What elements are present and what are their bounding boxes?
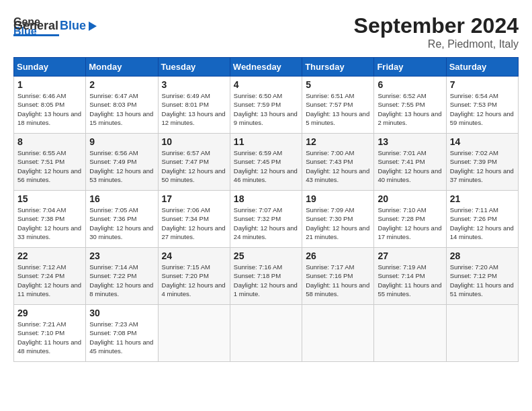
day-number: 19 — [306, 193, 370, 204]
sunset-time: Sunset: 8:05 PM — [17, 101, 64, 108]
day-info: Sunrise: 6:56 AM Sunset: 7:49 PM Dayligh… — [89, 148, 154, 184]
day-info: Sunrise: 7:05 AM Sunset: 7:36 PM Dayligh… — [89, 205, 154, 241]
day-number: 1 — [17, 79, 82, 90]
day-info: Sunrise: 7:01 AM Sunset: 7:41 PM Dayligh… — [378, 148, 442, 184]
col-sunday: Sunday — [14, 58, 86, 77]
calendar-cell — [446, 305, 518, 362]
day-number: 13 — [378, 136, 442, 147]
location-subtitle: Re, Piedmont, Italy — [354, 38, 519, 50]
day-info: Sunrise: 7:02 AM Sunset: 7:39 PM Dayligh… — [450, 148, 515, 184]
day-info: Sunrise: 7:19 AM Sunset: 7:14 PM Dayligh… — [378, 263, 442, 298]
calendar-cell: 18 Sunrise: 7:07 AM Sunset: 7:32 PM Dayl… — [230, 191, 302, 248]
sunset-time: Sunset: 7:18 PM — [234, 272, 281, 279]
sunset-time: Sunset: 7:57 PM — [306, 101, 353, 108]
day-number: 16 — [89, 193, 154, 204]
calendar-row-4: 22 Sunrise: 7:12 AM Sunset: 7:24 PM Dayl… — [14, 248, 519, 305]
daylight-hours: Daylight: 12 hours and 30 minutes. — [89, 224, 153, 240]
sunrise-time: Sunrise: 6:57 AM — [162, 149, 210, 156]
calendar-cell: 16 Sunrise: 7:05 AM Sunset: 7:36 PM Dayl… — [86, 191, 158, 248]
sunrise-time: Sunrise: 7:20 AM — [450, 263, 498, 271]
day-number: 11 — [234, 136, 298, 147]
calendar-cell — [230, 305, 302, 362]
calendar-cell: 26 Sunrise: 7:17 AM Sunset: 7:16 PM Dayl… — [302, 248, 374, 305]
sunrise-time: Sunrise: 6:51 AM — [306, 92, 354, 99]
day-number: 25 — [234, 250, 298, 261]
sunset-time: Sunset: 7:51 PM — [17, 158, 64, 165]
calendar-cell — [302, 305, 374, 362]
sunset-time: Sunset: 7:32 PM — [234, 215, 281, 222]
day-info: Sunrise: 7:23 AM Sunset: 7:08 PM Dayligh… — [89, 320, 154, 355]
day-info: Sunrise: 6:50 AM Sunset: 7:59 PM Dayligh… — [234, 91, 298, 127]
sunset-time: Sunset: 7:41 PM — [378, 158, 425, 165]
col-saturday: Saturday — [446, 58, 518, 77]
calendar-cell: 24 Sunrise: 7:15 AM Sunset: 7:20 PM Dayl… — [158, 248, 230, 305]
sunset-time: Sunset: 7:30 PM — [306, 215, 353, 222]
calendar-cell: 15 Sunrise: 7:04 AM Sunset: 7:38 PM Dayl… — [14, 191, 86, 248]
day-number: 15 — [17, 193, 82, 204]
sunset-time: Sunset: 7:49 PM — [89, 158, 136, 165]
daylight-hours: Daylight: 11 hours and 51 minutes. — [450, 281, 514, 298]
daylight-hours: Daylight: 12 hours and 21 minutes. — [306, 224, 369, 240]
calendar-row-5: 29 Sunrise: 7:21 AM Sunset: 7:10 PM Dayl… — [14, 305, 519, 362]
sunset-time: Sunset: 7:45 PM — [234, 158, 281, 165]
sunset-time: Sunset: 7:24 PM — [17, 272, 64, 279]
day-info: Sunrise: 7:04 AM Sunset: 7:38 PM Dayligh… — [17, 205, 82, 241]
calendar-row-2: 8 Sunrise: 6:55 AM Sunset: 7:51 PM Dayli… — [14, 134, 519, 191]
calendar-header-row: Sunday Monday Tuesday Wednesday Thursday… — [14, 58, 519, 77]
calendar-row-1: 1 Sunrise: 6:46 AM Sunset: 8:05 PM Dayli… — [14, 77, 519, 134]
day-number: 26 — [306, 250, 370, 261]
daylight-hours: Daylight: 12 hours and 50 minutes. — [162, 167, 226, 183]
calendar-cell: 21 Sunrise: 7:11 AM Sunset: 7:26 PM Dayl… — [446, 191, 518, 248]
sunset-time: Sunset: 7:55 PM — [378, 101, 425, 108]
sunrise-time: Sunrise: 7:12 AM — [17, 263, 66, 271]
logo-arrow-icon — [89, 21, 97, 31]
calendar-cell: 2 Sunrise: 6:47 AM Sunset: 8:03 PM Dayli… — [86, 77, 158, 134]
day-info: Sunrise: 7:11 AM Sunset: 7:26 PM Dayligh… — [450, 205, 515, 241]
day-info: Sunrise: 7:06 AM Sunset: 7:34 PM Dayligh… — [162, 205, 226, 241]
sunset-time: Sunset: 7:16 PM — [306, 272, 353, 279]
sunset-time: Sunset: 7:47 PM — [162, 158, 209, 165]
calendar-cell: 12 Sunrise: 7:00 AM Sunset: 7:43 PM Dayl… — [302, 134, 374, 191]
sunset-time: Sunset: 7:26 PM — [450, 215, 497, 222]
daylight-hours: Daylight: 12 hours and 59 minutes. — [450, 110, 514, 126]
calendar-cell: 3 Sunrise: 6:49 AM Sunset: 8:01 PM Dayli… — [158, 77, 230, 134]
sunset-time: Sunset: 7:53 PM — [450, 101, 497, 108]
day-info: Sunrise: 7:21 AM Sunset: 7:10 PM Dayligh… — [17, 320, 82, 355]
day-number: 24 — [162, 250, 226, 261]
day-number: 21 — [450, 193, 515, 204]
day-number: 18 — [234, 193, 298, 204]
daylight-hours: Daylight: 12 hours and 1 minute. — [234, 281, 298, 298]
day-number: 23 — [89, 250, 154, 261]
daylight-hours: Daylight: 13 hours and 18 minutes. — [17, 110, 81, 126]
calendar-cell: 8 Sunrise: 6:55 AM Sunset: 7:51 PM Dayli… — [14, 134, 86, 191]
daylight-hours: Daylight: 12 hours and 8 minutes. — [89, 281, 153, 298]
calendar-cell: 13 Sunrise: 7:01 AM Sunset: 7:41 PM Dayl… — [374, 134, 446, 191]
calendar-cell: 4 Sunrise: 6:50 AM Sunset: 7:59 PM Dayli… — [230, 77, 302, 134]
calendar-cell: 30 Sunrise: 7:23 AM Sunset: 7:08 PM Dayl… — [86, 305, 158, 362]
day-number: 10 — [162, 136, 226, 147]
day-info: Sunrise: 7:00 AM Sunset: 7:43 PM Dayligh… — [306, 148, 370, 184]
calendar-table: Sunday Monday Tuesday Wednesday Thursday… — [13, 57, 519, 362]
calendar-cell: 25 Sunrise: 7:16 AM Sunset: 7:18 PM Dayl… — [230, 248, 302, 305]
sunrise-time: Sunrise: 6:50 AM — [234, 92, 282, 99]
day-info: Sunrise: 6:55 AM Sunset: 7:51 PM Dayligh… — [17, 148, 82, 184]
day-number: 17 — [162, 193, 226, 204]
daylight-hours: Daylight: 11 hours and 45 minutes. — [89, 338, 153, 355]
sunset-time: Sunset: 7:08 PM — [89, 329, 136, 336]
calendar-cell: 20 Sunrise: 7:10 AM Sunset: 7:28 PM Dayl… — [374, 191, 446, 248]
calendar-cell: 29 Sunrise: 7:21 AM Sunset: 7:10 PM Dayl… — [14, 305, 86, 362]
title-area: September 2024 Re, Piedmont, Italy — [354, 13, 519, 50]
calendar-cell: 28 Sunrise: 7:20 AM Sunset: 7:12 PM Dayl… — [446, 248, 518, 305]
day-info: Sunrise: 7:07 AM Sunset: 7:32 PM Dayligh… — [234, 205, 298, 241]
sunset-time: Sunset: 7:59 PM — [234, 101, 281, 108]
sunrise-time: Sunrise: 7:16 AM — [234, 263, 282, 271]
day-info: Sunrise: 6:49 AM Sunset: 8:01 PM Dayligh… — [162, 91, 226, 127]
calendar-cell: 14 Sunrise: 7:02 AM Sunset: 7:39 PM Dayl… — [446, 134, 518, 191]
col-tuesday: Tuesday — [158, 58, 230, 77]
daylight-hours: Daylight: 12 hours and 46 minutes. — [234, 167, 298, 183]
sunrise-time: Sunrise: 7:04 AM — [17, 206, 66, 214]
day-info: Sunrise: 6:59 AM Sunset: 7:45 PM Dayligh… — [234, 148, 298, 184]
daylight-hours: Daylight: 12 hours and 40 minutes. — [378, 167, 441, 183]
month-title: September 2024 — [354, 13, 519, 38]
daylight-hours: Daylight: 12 hours and 53 minutes. — [89, 167, 153, 183]
